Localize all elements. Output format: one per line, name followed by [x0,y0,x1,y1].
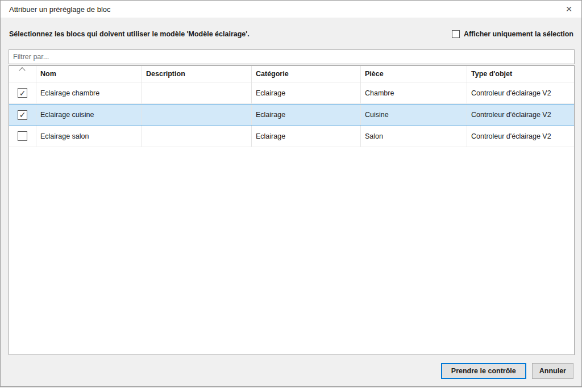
cell-piece: Salon [361,126,467,147]
row-checkbox[interactable] [18,88,27,98]
cell-categorie: Eclairage [252,126,361,147]
cancel-button[interactable]: Annuler [532,363,573,379]
subheader: Sélectionnez les blocs qui doivent utili… [9,29,573,39]
filter-input[interactable] [9,49,575,64]
cell-nom: Eclairage salon [36,126,142,147]
cell-piece: Chambre [361,82,467,103]
take-control-button[interactable]: Prendre le contrôle [441,363,526,379]
table-header-row: Nom Description Catégorie Pièce Type d'o… [9,66,574,82]
cell-description [142,126,252,147]
cell-type-objet: Controleur d'éclairage V2 [467,82,574,103]
cell-type-objet: Controleur d'éclairage V2 [467,126,574,147]
instruction-text: Sélectionnez les blocs qui doivent utili… [9,30,250,38]
titlebar: Attribuer un préréglage de bloc [1,1,581,18]
cell-nom: Eclairage cuisine [36,105,142,125]
cell-categorie: Eclairage [252,82,361,103]
table-row[interactable]: Eclairage cuisine Eclairage Cuisine Cont… [9,104,574,126]
sort-ascending-icon [19,67,25,73]
row-checkbox[interactable] [18,110,27,120]
cell-piece: Cuisine [361,105,467,125]
cell-nom: Eclairage chambre [36,82,142,103]
table-row[interactable]: Eclairage salon Eclairage Salon Controle… [9,126,574,147]
column-header-piece[interactable]: Pièce [361,66,467,82]
show-selection-only-checkbox-group[interactable]: Afficher uniquement la sélection [452,30,573,38]
blocks-table: Nom Description Catégorie Pièce Type d'o… [9,65,575,355]
checkbox-column-header[interactable] [9,66,36,82]
row-checkbox[interactable] [18,131,27,141]
assign-block-preset-dialog: Attribuer un préréglage de bloc × Sélect… [0,0,582,387]
cell-categorie: Eclairage [252,105,361,125]
footer-buttons: Prendre le contrôle Annuler [1,363,573,379]
cell-type-objet: Controleur d'éclairage V2 [467,105,574,125]
close-icon[interactable]: × [556,1,581,18]
row-checkbox-cell [9,105,36,125]
dialog-title: Attribuer un préréglage de bloc [9,5,111,14]
row-checkbox-cell [9,82,36,103]
row-checkbox-cell [9,126,36,147]
column-header-categorie[interactable]: Catégorie [252,66,361,82]
cell-description [142,82,252,103]
column-header-nom[interactable]: Nom [36,66,142,82]
column-header-description[interactable]: Description [142,66,252,82]
column-header-type-objet[interactable]: Type d'objet [467,66,574,82]
table-row[interactable]: Eclairage chambre Eclairage Chambre Cont… [9,82,574,104]
show-selection-only-label: Afficher uniquement la sélection [464,30,573,38]
show-selection-only-checkbox[interactable] [452,30,460,38]
cell-description [142,105,252,125]
